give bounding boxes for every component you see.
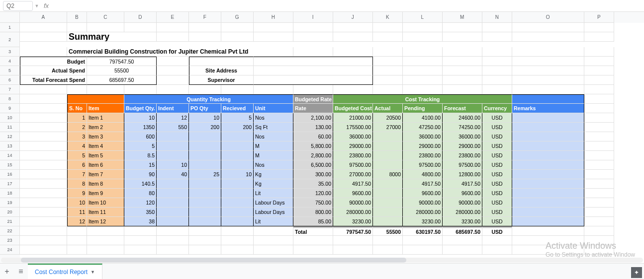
budget-qty-header[interactable]: Budget Qty.: [124, 104, 157, 113]
data-forecast[interactable]: 97500.00: [443, 160, 482, 170]
cell[interactable]: [221, 226, 254, 236]
data-actual[interactable]: [373, 198, 403, 208]
cell[interactable]: [403, 23, 443, 32]
col-header-P[interactable]: P: [584, 12, 614, 23]
cell[interactable]: [20, 94, 67, 104]
cell[interactable]: [293, 85, 333, 94]
row-header-4[interactable]: 4: [0, 57, 20, 66]
cell[interactable]: [443, 32, 482, 42]
data-pending[interactable]: 9600.00: [403, 189, 443, 198]
data-unit[interactable]: Sq Ft: [254, 123, 293, 132]
cell[interactable]: [482, 66, 512, 75]
col-header-N[interactable]: N: [482, 12, 512, 23]
cell[interactable]: [124, 23, 157, 32]
data-rate[interactable]: 120.00: [293, 189, 333, 198]
col-header-K[interactable]: K: [373, 12, 403, 23]
row-header-6[interactable]: 6: [0, 75, 20, 85]
data-remarks[interactable]: [512, 217, 584, 226]
cell[interactable]: [373, 66, 403, 75]
data-sno[interactable]: 10: [67, 198, 87, 208]
data-indent[interactable]: [157, 189, 189, 198]
data-forecast[interactable]: 74250.00: [443, 123, 482, 132]
site-address-value[interactable]: [254, 66, 373, 75]
data-item[interactable]: Item 5: [87, 151, 124, 160]
pending-header[interactable]: Pending: [403, 104, 443, 113]
cell[interactable]: [584, 113, 614, 123]
data-sno[interactable]: 2: [67, 123, 87, 132]
data-forecast[interactable]: 29000.00: [443, 141, 482, 151]
data-poq[interactable]: 10: [189, 113, 221, 123]
row-header-16[interactable]: 16: [0, 170, 20, 179]
currency-header[interactable]: Currency: [482, 104, 512, 113]
cell[interactable]: [20, 85, 67, 94]
summary-title[interactable]: Summary: [67, 32, 157, 42]
data-remarks[interactable]: [512, 113, 584, 123]
data-item[interactable]: Item 9: [87, 189, 124, 198]
cell[interactable]: [584, 151, 614, 160]
col-header-B[interactable]: B: [67, 12, 87, 23]
data-unit[interactable]: Lit: [254, 217, 293, 226]
row-header-3[interactable]: 3: [0, 47, 20, 57]
cell[interactable]: [512, 23, 584, 32]
total-act[interactable]: 55500: [373, 226, 403, 236]
data-remarks[interactable]: [512, 189, 584, 198]
col-header-G[interactable]: G: [221, 12, 254, 23]
data-bcost[interactable]: 9600.00: [333, 189, 373, 198]
col-header-C[interactable]: C: [87, 12, 124, 23]
project-title[interactable]: Commercial Building Construction for Jup…: [67, 47, 293, 57]
cell[interactable]: [512, 226, 584, 236]
cell[interactable]: [333, 23, 373, 32]
col-header-M[interactable]: M: [443, 12, 482, 23]
cell[interactable]: [254, 236, 293, 245]
cell[interactable]: [584, 189, 614, 198]
data-item[interactable]: Item 2: [87, 123, 124, 132]
horizontal-scrollbar[interactable]: [0, 257, 644, 263]
data-pending[interactable]: 47250.00: [403, 123, 443, 132]
data-item[interactable]: Item 4: [87, 141, 124, 151]
cell[interactable]: [403, 47, 443, 57]
summary-label[interactable]: Total Forecast Spend: [20, 75, 87, 85]
cell[interactable]: [584, 23, 614, 32]
data-rate[interactable]: 130.00: [293, 123, 333, 132]
cell[interactable]: [482, 23, 512, 32]
cell[interactable]: [124, 226, 157, 236]
data-sno[interactable]: 1: [67, 113, 87, 123]
cell[interactable]: [254, 32, 293, 42]
data-rate[interactable]: 300.00: [293, 170, 333, 179]
cell[interactable]: [333, 245, 373, 255]
data-rate[interactable]: 800.00: [293, 208, 333, 217]
cell[interactable]: [584, 170, 614, 179]
data-rate[interactable]: 85.00: [293, 217, 333, 226]
data-forecast[interactable]: 23800.00: [443, 151, 482, 160]
summary-value[interactable]: 55500: [87, 66, 157, 75]
cell[interactable]: [67, 85, 87, 94]
cell[interactable]: [482, 85, 512, 94]
data-bcost[interactable]: 36000.00: [333, 132, 373, 141]
data-poq[interactable]: [189, 217, 221, 226]
cell[interactable]: [373, 75, 403, 85]
data-pending[interactable]: 3230.00: [403, 217, 443, 226]
data-sno[interactable]: 7: [67, 170, 87, 179]
total-fc[interactable]: 685697.50: [443, 226, 482, 236]
cell[interactable]: [584, 123, 614, 132]
data-actual[interactable]: [373, 189, 403, 198]
cell[interactable]: [20, 113, 67, 123]
cell[interactable]: [443, 245, 482, 255]
data-unit[interactable]: Labour Days: [254, 208, 293, 217]
cell[interactable]: [443, 57, 482, 66]
cell[interactable]: [443, 47, 482, 57]
data-poq[interactable]: [189, 189, 221, 198]
data-remarks[interactable]: [512, 198, 584, 208]
cell[interactable]: [443, 75, 482, 85]
cell[interactable]: [584, 94, 614, 104]
budgeted-rate-header[interactable]: Budgeted Rate: [293, 94, 333, 104]
data-bcost[interactable]: 21000.00: [333, 113, 373, 123]
cell[interactable]: [373, 47, 403, 57]
row-header-19[interactable]: 19: [0, 198, 20, 208]
data-currency[interactable]: USD: [482, 208, 512, 217]
row-header-18[interactable]: 18: [0, 189, 20, 198]
cell[interactable]: [293, 23, 333, 32]
data-rate[interactable]: 6,500.00: [293, 160, 333, 170]
cell[interactable]: [333, 32, 373, 42]
data-rate[interactable]: 35.00: [293, 179, 333, 189]
